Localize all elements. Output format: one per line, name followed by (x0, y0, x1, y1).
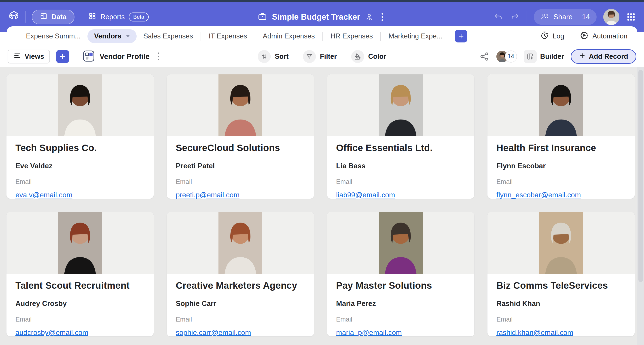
beta-badge: Beta (129, 12, 149, 21)
add-view-button[interactable] (56, 50, 69, 63)
vendor-card[interactable]: Health First Insurance Flynn Escobar Ema… (487, 74, 635, 199)
email-link[interactable]: preeti.p@email.com (176, 191, 240, 199)
view-title: Vendor Profile (100, 52, 150, 61)
card-photo-area (488, 74, 634, 136)
reports-grid-icon (88, 12, 96, 22)
card-photo-area (167, 212, 314, 274)
company-name: Pay Master Solutions (336, 280, 465, 291)
email-link[interactable]: maria_p@email.com (336, 329, 402, 337)
paint-bucket-icon (351, 50, 364, 63)
tab-divider (380, 32, 381, 41)
nav-reports-button[interactable]: Reports Beta (80, 9, 157, 24)
tab-bar-divider (572, 31, 572, 41)
vendor-card[interactable]: Talent Scout Recruitment Audrey Crosby E… (6, 212, 154, 337)
vendor-photo (58, 74, 102, 136)
plus-icon (579, 52, 586, 61)
email-field-label: Email (496, 178, 626, 185)
vendor-card[interactable]: Pay Master Solutions Maria Perez Email m… (327, 212, 474, 337)
apps-grid-icon[interactable] (626, 12, 636, 22)
tab-divider (200, 32, 201, 41)
card-photo-area (167, 74, 314, 136)
automation-button[interactable]: Automation (580, 31, 628, 41)
gallery-view-icon (83, 50, 94, 63)
tab-admin-expenses[interactable]: Admin Expenses (256, 29, 322, 43)
color-button[interactable]: Color (351, 50, 386, 63)
company-name: SecureCloud Solutions (176, 143, 305, 153)
scrollbar-thumb[interactable] (638, 70, 643, 282)
add-record-button[interactable]: Add Record (571, 49, 636, 64)
chevron-down-icon (126, 35, 130, 37)
hamburger-icon (14, 52, 21, 61)
contact-name: Lia Bass (336, 162, 465, 170)
add-table-button[interactable] (455, 30, 467, 42)
tab-marketing-expenses[interactable]: Marketing Expe... (382, 29, 449, 43)
vendor-photo (539, 74, 583, 136)
tab-sales-expenses[interactable]: Sales Expenses (137, 29, 200, 43)
vendor-photo (539, 212, 583, 274)
vertical-scrollbar (637, 67, 644, 345)
window-top-strip (0, 0, 644, 2)
company-name: Tech Supplies Co. (16, 143, 145, 153)
contact-name: Sophie Carr (176, 300, 305, 308)
email-link[interactable]: sophie.carr@email.com (176, 329, 251, 337)
undo-icon[interactable] (494, 12, 503, 22)
company-name: Office Essentials Ltd. (336, 143, 465, 153)
email-link[interactable]: flynn_escobar@email.com (496, 191, 581, 199)
sort-icon (258, 50, 271, 63)
app-logo-icon[interactable] (8, 11, 20, 23)
history-clock-icon (540, 31, 549, 41)
company-name: Talent Scout Recruitment (16, 280, 145, 291)
share-count: 14 (582, 13, 590, 21)
table-tab-bar: Expense Summ... Vendors Sales Expenses I… (7, 26, 637, 46)
tab-expense-summary[interactable]: Expense Summ... (19, 29, 88, 43)
base-title[interactable]: Simple Budget Tracker (272, 12, 360, 22)
people-icon (540, 12, 549, 22)
filter-icon (303, 50, 316, 63)
views-button[interactable]: Views (8, 50, 50, 63)
log-button[interactable]: Log (540, 31, 564, 41)
base-menu-kebab-icon[interactable] (378, 11, 386, 22)
email-link[interactable]: liab99@email.com (336, 191, 395, 199)
sort-button[interactable]: Sort (258, 50, 289, 63)
tab-hr-expenses[interactable]: HR Expenses (324, 29, 380, 43)
company-name: Biz Comms TeleServices (496, 280, 626, 291)
share-button[interactable]: Share 14 (534, 9, 596, 25)
tab-vendors[interactable]: Vendors (88, 29, 137, 43)
card-photo-area (327, 74, 474, 136)
share-separator (577, 13, 577, 21)
email-field-label: Email (176, 316, 305, 323)
card-photo-area (488, 212, 634, 274)
vendor-card[interactable]: Office Essentials Ltd. Lia Bass Email li… (327, 74, 474, 199)
briefcase-icon (258, 12, 267, 22)
nav-data-button[interactable]: Data (32, 9, 74, 24)
company-name: Creative Marketers Agency (176, 280, 305, 291)
toolbar-divider (76, 51, 76, 62)
email-link[interactable]: eva.v@email.com (16, 191, 72, 199)
builder-button[interactable]: Builder (524, 50, 564, 63)
header-divider (26, 11, 26, 23)
collaborator-icon[interactable] (365, 13, 374, 21)
collaborators-group[interactable]: 14 (496, 50, 517, 63)
share-nodes-icon[interactable] (480, 52, 489, 61)
email-field-label: Email (16, 316, 145, 323)
user-avatar[interactable] (603, 9, 620, 25)
email-link[interactable]: rashid.khan@email.com (496, 329, 573, 337)
filter-button[interactable]: Filter (303, 50, 337, 63)
redo-icon[interactable] (510, 12, 520, 22)
vendor-card[interactable]: SecureCloud Solutions Preeti Patel Email… (166, 74, 314, 199)
contact-name: Rashid Khan (496, 300, 626, 308)
vendor-card[interactable]: Biz Comms TeleServices Rashid Khan Email… (487, 212, 635, 337)
email-field-label: Email (336, 178, 465, 185)
contact-name: Flynn Escobar (496, 162, 626, 170)
email-field-label: Email (496, 316, 626, 323)
vendor-card[interactable]: Tech Supplies Co. Eve Valdez Email eva.v… (6, 74, 154, 199)
email-link[interactable]: audcrosby@email.com (16, 329, 88, 337)
card-photo-area (327, 212, 474, 274)
view-toolbar: Views Vendor Profile Sort (0, 46, 644, 67)
contact-name: Preeti Patel (176, 162, 305, 170)
view-menu-kebab-icon[interactable] (154, 51, 162, 62)
tab-it-expenses[interactable]: IT Expenses (202, 29, 254, 43)
vendor-card[interactable]: Creative Marketers Agency Sophie Carr Em… (166, 212, 314, 337)
nav-reports-label: Reports (100, 13, 125, 21)
vendor-photo (218, 212, 262, 274)
